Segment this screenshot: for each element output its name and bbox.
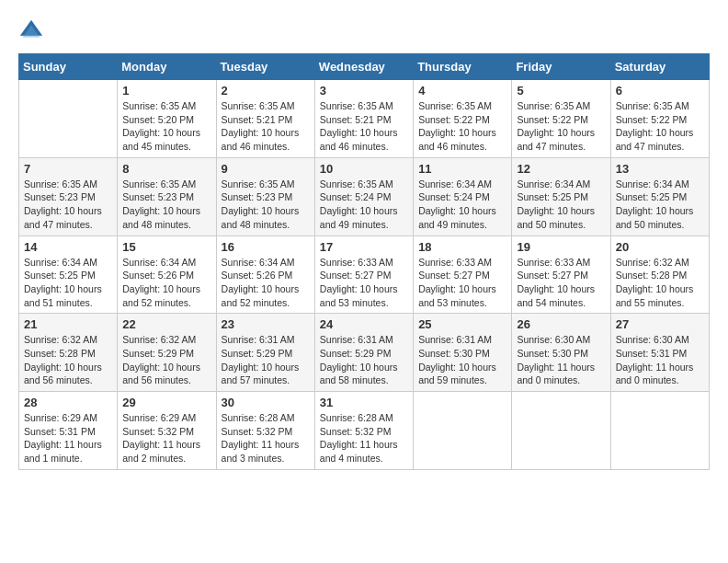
- calendar-cell: 6Sunrise: 6:35 AMSunset: 5:22 PMDaylight…: [610, 80, 709, 158]
- day-info: Sunrise: 6:35 AMSunset: 5:22 PMDaylight:…: [517, 99, 605, 154]
- calendar-cell: [512, 392, 610, 470]
- day-info: Sunrise: 6:30 AMSunset: 5:30 PMDaylight:…: [517, 333, 605, 387]
- day-number: 18: [418, 240, 506, 254]
- day-number: 20: [616, 240, 704, 254]
- calendar-cell: 17Sunrise: 6:33 AMSunset: 5:27 PMDayligh…: [314, 236, 413, 314]
- calendar-cell: [414, 392, 512, 470]
- calendar-cell: 19Sunrise: 6:33 AMSunset: 5:27 PMDayligh…: [512, 236, 610, 314]
- calendar-cell: 26Sunrise: 6:30 AMSunset: 5:30 PMDayligh…: [512, 314, 610, 392]
- day-number: 25: [418, 317, 506, 331]
- day-number: 19: [517, 240, 605, 254]
- day-number: 10: [320, 162, 408, 176]
- day-info: Sunrise: 6:34 AMSunset: 5:25 PMDaylight:…: [616, 178, 704, 232]
- day-number: 1: [122, 84, 210, 98]
- day-info: Sunrise: 6:34 AMSunset: 5:25 PMDaylight:…: [517, 178, 605, 232]
- day-info: Sunrise: 6:35 AMSunset: 5:21 PMDaylight:…: [222, 99, 310, 154]
- day-number: 22: [122, 317, 210, 331]
- calendar-cell: 22Sunrise: 6:32 AMSunset: 5:29 PMDayligh…: [118, 314, 216, 392]
- calendar-cell: 31Sunrise: 6:28 AMSunset: 5:32 PMDayligh…: [314, 392, 413, 470]
- day-number: 30: [222, 396, 310, 409]
- day-info: Sunrise: 6:34 AMSunset: 5:26 PMDaylight:…: [222, 256, 310, 310]
- day-number: 4: [418, 84, 506, 98]
- calendar-cell: 1Sunrise: 6:35 AMSunset: 5:20 PMDaylight…: [118, 80, 216, 158]
- day-info: Sunrise: 6:35 AMSunset: 5:23 PMDaylight:…: [122, 178, 210, 232]
- calendar-cell: 27Sunrise: 6:30 AMSunset: 5:31 PMDayligh…: [610, 314, 709, 392]
- day-info: Sunrise: 6:32 AMSunset: 5:28 PMDaylight:…: [24, 333, 112, 387]
- calendar-cell: 25Sunrise: 6:31 AMSunset: 5:30 PMDayligh…: [414, 314, 512, 392]
- calendar-cell: [19, 80, 118, 158]
- day-number: 24: [320, 317, 408, 331]
- calendar-cell: 16Sunrise: 6:34 AMSunset: 5:26 PMDayligh…: [216, 236, 314, 314]
- day-number: 27: [616, 317, 704, 331]
- calendar-week-row: 7Sunrise: 6:35 AMSunset: 5:23 PMDaylight…: [19, 157, 710, 236]
- day-info: Sunrise: 6:29 AMSunset: 5:32 PMDaylight:…: [122, 411, 210, 465]
- day-info: Sunrise: 6:35 AMSunset: 5:22 PMDaylight:…: [418, 99, 506, 154]
- logo: [18, 18, 46, 44]
- calendar-cell: 21Sunrise: 6:32 AMSunset: 5:28 PMDayligh…: [19, 314, 118, 392]
- day-number: 12: [517, 162, 605, 176]
- calendar-cell: 18Sunrise: 6:33 AMSunset: 5:27 PMDayligh…: [414, 236, 512, 314]
- calendar: SundayMondayTuesdayWednesdayThursdayFrid…: [18, 53, 710, 470]
- calendar-cell: 2Sunrise: 6:35 AMSunset: 5:21 PMDaylight…: [216, 80, 314, 158]
- day-info: Sunrise: 6:34 AMSunset: 5:24 PMDaylight:…: [418, 178, 506, 232]
- day-number: 14: [24, 240, 112, 254]
- calendar-cell: 3Sunrise: 6:35 AMSunset: 5:21 PMDaylight…: [314, 80, 413, 158]
- logo-icon: [18, 18, 44, 44]
- calendar-cell: 10Sunrise: 6:35 AMSunset: 5:24 PMDayligh…: [314, 157, 413, 236]
- day-info: Sunrise: 6:33 AMSunset: 5:27 PMDaylight:…: [320, 256, 408, 310]
- calendar-cell: 29Sunrise: 6:29 AMSunset: 5:32 PMDayligh…: [118, 392, 216, 470]
- day-info: Sunrise: 6:32 AMSunset: 5:29 PMDaylight:…: [122, 333, 210, 387]
- calendar-week-row: 21Sunrise: 6:32 AMSunset: 5:28 PMDayligh…: [19, 314, 710, 392]
- calendar-cell: 24Sunrise: 6:31 AMSunset: 5:29 PMDayligh…: [314, 314, 413, 392]
- weekday-header: Monday: [118, 54, 216, 80]
- day-number: 26: [517, 317, 605, 331]
- calendar-week-row: 14Sunrise: 6:34 AMSunset: 5:25 PMDayligh…: [19, 236, 710, 314]
- calendar-cell: 12Sunrise: 6:34 AMSunset: 5:25 PMDayligh…: [512, 157, 610, 236]
- day-number: 31: [320, 396, 408, 409]
- weekday-header: Friday: [512, 54, 610, 80]
- day-info: Sunrise: 6:32 AMSunset: 5:28 PMDaylight:…: [616, 256, 704, 310]
- weekday-header: Thursday: [414, 54, 512, 80]
- calendar-cell: 4Sunrise: 6:35 AMSunset: 5:22 PMDaylight…: [414, 80, 512, 158]
- weekday-header: Wednesday: [314, 54, 413, 80]
- calendar-cell: 13Sunrise: 6:34 AMSunset: 5:25 PMDayligh…: [610, 157, 709, 236]
- day-number: 28: [24, 396, 112, 409]
- day-info: Sunrise: 6:35 AMSunset: 5:22 PMDaylight:…: [616, 99, 704, 154]
- calendar-week-row: 28Sunrise: 6:29 AMSunset: 5:31 PMDayligh…: [19, 392, 710, 470]
- calendar-cell: [610, 392, 709, 470]
- day-number: 11: [418, 162, 506, 176]
- calendar-cell: 28Sunrise: 6:29 AMSunset: 5:31 PMDayligh…: [19, 392, 118, 470]
- calendar-cell: 8Sunrise: 6:35 AMSunset: 5:23 PMDaylight…: [118, 157, 216, 236]
- day-info: Sunrise: 6:35 AMSunset: 5:21 PMDaylight:…: [320, 99, 408, 154]
- day-info: Sunrise: 6:35 AMSunset: 5:20 PMDaylight:…: [122, 99, 210, 154]
- day-info: Sunrise: 6:35 AMSunset: 5:23 PMDaylight:…: [222, 178, 310, 232]
- day-info: Sunrise: 6:31 AMSunset: 5:29 PMDaylight:…: [320, 333, 408, 387]
- calendar-cell: 14Sunrise: 6:34 AMSunset: 5:25 PMDayligh…: [19, 236, 118, 314]
- day-info: Sunrise: 6:30 AMSunset: 5:31 PMDaylight:…: [616, 333, 704, 387]
- day-info: Sunrise: 6:35 AMSunset: 5:23 PMDaylight:…: [24, 178, 112, 232]
- day-number: 29: [122, 396, 210, 409]
- day-number: 9: [222, 162, 310, 176]
- day-number: 23: [222, 317, 310, 331]
- day-info: Sunrise: 6:34 AMSunset: 5:26 PMDaylight:…: [122, 256, 210, 310]
- calendar-cell: 7Sunrise: 6:35 AMSunset: 5:23 PMDaylight…: [19, 157, 118, 236]
- weekday-header: Saturday: [610, 54, 709, 80]
- calendar-cell: 20Sunrise: 6:32 AMSunset: 5:28 PMDayligh…: [610, 236, 709, 314]
- calendar-cell: 11Sunrise: 6:34 AMSunset: 5:24 PMDayligh…: [414, 157, 512, 236]
- calendar-header-row: SundayMondayTuesdayWednesdayThursdayFrid…: [19, 54, 710, 80]
- calendar-cell: 30Sunrise: 6:28 AMSunset: 5:32 PMDayligh…: [216, 392, 314, 470]
- day-number: 5: [517, 84, 605, 98]
- day-info: Sunrise: 6:33 AMSunset: 5:27 PMDaylight:…: [517, 256, 605, 310]
- day-number: 16: [222, 240, 310, 254]
- day-info: Sunrise: 6:31 AMSunset: 5:29 PMDaylight:…: [222, 333, 310, 387]
- day-info: Sunrise: 6:33 AMSunset: 5:27 PMDaylight:…: [418, 256, 506, 310]
- day-number: 2: [222, 84, 310, 98]
- day-number: 13: [616, 162, 704, 176]
- day-number: 3: [320, 84, 408, 98]
- weekday-header: Tuesday: [216, 54, 314, 80]
- day-number: 8: [122, 162, 210, 176]
- day-number: 15: [122, 240, 210, 254]
- day-info: Sunrise: 6:34 AMSunset: 5:25 PMDaylight:…: [24, 256, 112, 310]
- calendar-cell: 9Sunrise: 6:35 AMSunset: 5:23 PMDaylight…: [216, 157, 314, 236]
- day-info: Sunrise: 6:35 AMSunset: 5:24 PMDaylight:…: [320, 178, 408, 232]
